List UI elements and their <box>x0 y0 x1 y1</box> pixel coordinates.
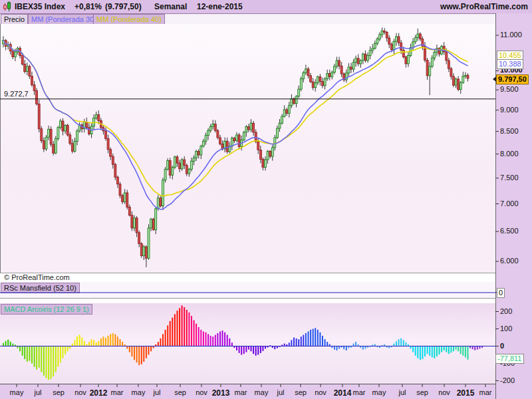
time-tick-label: jul <box>27 388 49 396</box>
time-tick-label: mar <box>106 388 128 396</box>
time-tick-label: may <box>368 388 390 396</box>
time-tick-label: 2013 <box>209 388 232 398</box>
time-tick-label: mar <box>229 388 252 396</box>
time-tick-label: sep <box>169 388 192 396</box>
macd-bars-group <box>3 305 483 380</box>
price-tick-label: 9.000 <box>500 106 519 114</box>
time-tick-label: jul <box>269 388 292 396</box>
time-tick-label: jul <box>391 388 414 396</box>
time-tick-label: may <box>5 388 28 396</box>
last-price-box: 9.797,50 <box>496 74 529 84</box>
macd-value-box: -77,811 <box>495 354 524 364</box>
price-tick-label: 6.500 <box>500 227 519 235</box>
prorealtime-chart-window: IBEX35 Index +0,81% (9.797,50) Semanal 1… <box>0 0 532 399</box>
time-tick-label: sep <box>411 388 434 396</box>
price-tick-label: 7.500 <box>500 174 519 182</box>
macd-tick-label: -200 <box>500 376 515 384</box>
macd-tick-label: 0 <box>500 342 504 350</box>
chart-canvas[interactable] <box>0 0 532 399</box>
price-tick-label: 8.000 <box>500 150 519 158</box>
macd-tick-label: 200 <box>500 307 512 315</box>
price-tick-label: 6.000 <box>500 257 519 265</box>
time-tick-label: nov <box>433 388 456 396</box>
time-tick-label: 2015 <box>454 388 477 398</box>
price-tick-label: 9.500 <box>500 85 519 93</box>
hline-price-label: 9.272,7 <box>4 90 29 98</box>
time-tick-label: jul <box>146 388 168 396</box>
macd-tick-label: 100 <box>500 325 512 332</box>
price-tick-label: 7.000 <box>500 200 519 207</box>
rsc-zero-box: 0 <box>497 288 505 298</box>
candles-group <box>3 27 469 267</box>
price-tick-label: 8.500 <box>500 127 519 135</box>
price-tick-label: 11.000 <box>500 31 522 39</box>
ma40-line <box>3 41 468 196</box>
time-tick-label: sep <box>289 388 312 396</box>
ma30-line <box>3 41 468 209</box>
time-tick-label: mar <box>348 388 370 396</box>
time-tick-label: nov <box>309 388 332 396</box>
time-tick-label: sep <box>47 388 70 396</box>
ma30-value-box: 10.388 <box>497 59 523 69</box>
last-price-arrow-icon <box>493 76 496 82</box>
time-tick-label: mar <box>474 388 497 396</box>
